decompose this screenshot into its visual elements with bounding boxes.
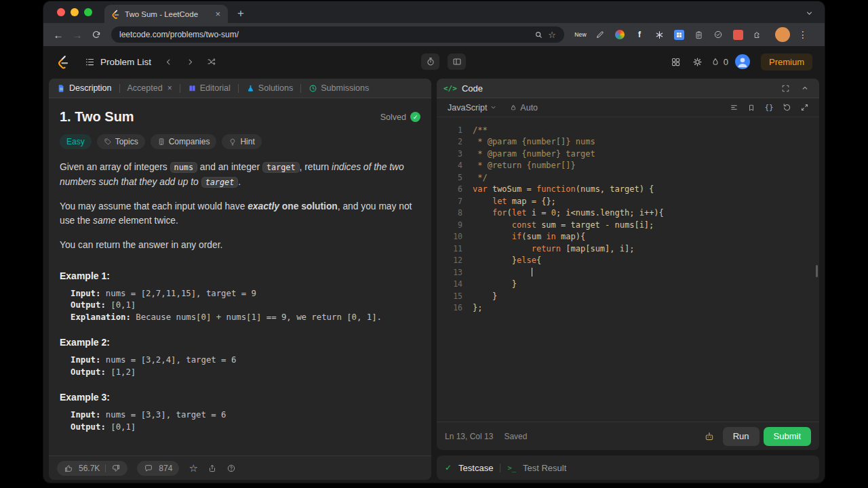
tab-editorial[interactable]: Editorial	[186, 83, 232, 93]
fullscreen-window-button[interactable]	[84, 8, 92, 16]
code-line[interactable]: 7 let map = {};	[437, 195, 819, 207]
extension-check-circle-icon[interactable]	[711, 28, 725, 41]
assistant-icon[interactable]	[704, 431, 715, 442]
thumbs-down-icon	[111, 464, 121, 473]
tab-description[interactable]: Description	[56, 83, 113, 93]
browser-tab-strip: Two Sum - LeetCode × +	[43, 1, 825, 23]
bookmark-star-button[interactable]: ☆	[545, 28, 559, 41]
hint-button[interactable]: Hint	[222, 134, 261, 149]
code-line[interactable]: 3 * @param {number} target	[437, 148, 819, 160]
extension-new-badge[interactable]: New	[574, 28, 587, 41]
gear-icon	[692, 57, 703, 67]
tag-icon	[104, 138, 112, 146]
next-problem-button[interactable]	[181, 53, 199, 70]
share-button[interactable]	[208, 464, 217, 473]
code-line[interactable]: 2 * @param {number[]} nums	[437, 136, 819, 148]
tab-close-button[interactable]: ×	[214, 9, 222, 18]
companies-button[interactable]: Companies	[151, 134, 217, 149]
user-avatar[interactable]	[735, 54, 750, 69]
code-line[interactable]: 1/**	[437, 124, 819, 136]
minimize-window-button[interactable]	[71, 8, 79, 16]
collapse-panel-button[interactable]	[797, 81, 812, 96]
code-line[interactable]: 9 const sum = target - nums[i];	[437, 219, 819, 231]
code-line[interactable]: 5 */	[437, 171, 819, 184]
chevron-down-icon	[490, 104, 496, 110]
random-problem-button[interactable]	[203, 53, 220, 70]
forward-button[interactable]: →	[69, 26, 85, 43]
search-icon[interactable]	[532, 28, 545, 41]
auto-save-toggle[interactable]: Auto	[510, 103, 538, 113]
layout-button[interactable]	[448, 54, 466, 70]
language-label: JavaScript	[448, 103, 487, 113]
extension-red-square-icon[interactable]	[731, 28, 745, 41]
timer-button[interactable]	[421, 54, 439, 70]
difficulty-badge[interactable]: Easy	[60, 134, 92, 149]
expand-editor-button[interactable]	[797, 101, 811, 115]
extension-pencil-icon[interactable]	[593, 28, 607, 41]
code-line[interactable]: 15 }	[437, 290, 819, 302]
code-line[interactable]: 10 if(sum in map){	[437, 231, 819, 243]
browser-profile-avatar[interactable]	[775, 27, 790, 42]
code-line[interactable]: 4 * @return {number[]}	[437, 160, 819, 172]
address-bar[interactable]: leetcode.com/problems/two-sum/ ☆	[111, 26, 564, 43]
prev-problem-button[interactable]	[159, 53, 177, 70]
dislike-button[interactable]	[111, 464, 121, 473]
code-line[interactable]: 6var twoSum = function(nums, target) {	[437, 184, 819, 196]
submit-button[interactable]: Submit	[764, 427, 811, 446]
code-editor[interactable]: 1/**2 * @param {number[]} nums3 * @param…	[437, 117, 819, 422]
description-content[interactable]: 1. Two Sum Solved ✓ Easy	[49, 98, 431, 455]
code-line[interactable]: 8 for(let i = 0; i<nums.length; i++){	[437, 207, 819, 220]
close-window-button[interactable]	[57, 8, 65, 16]
extension-asterisk-icon[interactable]	[652, 28, 666, 41]
tab-search-button[interactable]	[800, 4, 818, 22]
help-button[interactable]	[226, 464, 236, 473]
tab-test-result[interactable]: Test Result	[523, 463, 566, 473]
code-line[interactable]: 12 }else{	[437, 255, 819, 267]
back-button[interactable]: ←	[50, 26, 66, 43]
code-editor-lines: 1/**2 * @param {number[]} nums3 * @param…	[437, 124, 819, 314]
daily-streak[interactable]: 0	[711, 57, 728, 67]
format-code-button[interactable]	[727, 101, 741, 115]
description-panel-tabs: Description Accepted × Editorial	[49, 79, 431, 98]
flask-icon	[246, 84, 255, 93]
bookmark-icon	[747, 104, 755, 112]
refresh-button[interactable]	[88, 26, 104, 43]
problem-list-button[interactable]: Problem List	[81, 54, 155, 70]
extensions-puzzle-icon[interactable]	[751, 28, 764, 41]
extension-blue-grid-icon[interactable]	[672, 28, 686, 41]
scrollbar-cursor-marker[interactable]	[816, 265, 818, 277]
tab-submissions[interactable]: Submissions	[307, 83, 370, 93]
reset-code-button[interactable]	[780, 101, 793, 115]
language-selector[interactable]: JavaScript	[445, 102, 499, 114]
tab-accepted-close-button[interactable]: ×	[167, 83, 172, 93]
tab-solutions[interactable]: Solutions	[245, 83, 294, 93]
favorite-star-button[interactable]: ☆	[189, 463, 197, 473]
bookmark-code-button[interactable]	[745, 101, 758, 115]
tab-accepted[interactable]: Accepted ×	[126, 83, 174, 93]
braces-icon-button[interactable]: {}	[762, 101, 776, 115]
premium-button[interactable]: Premium	[761, 54, 812, 70]
settings-button[interactable]	[689, 53, 707, 70]
browser-menu-button[interactable]: ⋮	[793, 29, 812, 40]
code-line[interactable]: 13	[437, 266, 819, 279]
new-tab-button[interactable]: +	[232, 5, 250, 22]
maximize-panel-button[interactable]	[778, 81, 793, 96]
like-button[interactable]	[64, 464, 73, 473]
topics-button[interactable]: Topics	[97, 134, 145, 149]
tab-label: Solutions	[258, 83, 293, 93]
extension-clipboard-icon[interactable]	[692, 28, 705, 41]
browser-tab[interactable]: Two Sum - LeetCode ×	[104, 5, 228, 23]
code-line[interactable]: 14 }	[437, 279, 819, 291]
code-line[interactable]: 16};	[437, 302, 819, 314]
code-line[interactable]: 11 return [map[sum], i];	[437, 243, 819, 255]
extension-palette-icon[interactable]	[613, 28, 627, 41]
line-number: 14	[437, 279, 462, 289]
line-number: 12	[437, 256, 462, 265]
leetcode-logo[interactable]	[56, 54, 70, 70]
run-button[interactable]: Run	[723, 427, 760, 446]
apps-grid-button[interactable]	[667, 53, 685, 70]
example-heading: Example 2:	[60, 337, 420, 348]
extension-f-icon[interactable]: f	[633, 28, 646, 41]
comments-button[interactable]: 874	[137, 461, 179, 476]
tab-testcase[interactable]: Testcase	[458, 463, 493, 473]
